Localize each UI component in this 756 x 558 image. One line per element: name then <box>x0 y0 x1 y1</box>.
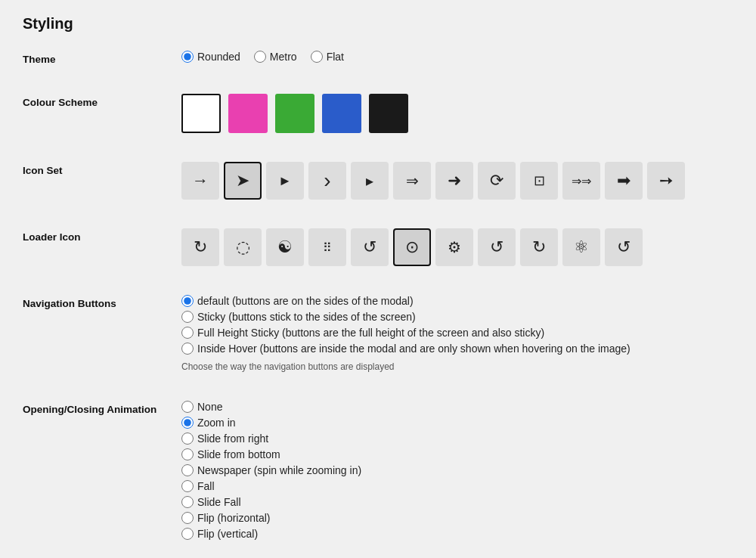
icon-btn-1[interactable]: ➤ <box>224 162 262 200</box>
nav-hint: Choose the way the navigation buttons ar… <box>181 361 733 372</box>
anim-option-slide-right[interactable]: Slide from right <box>181 432 733 445</box>
anim-option-flip-h[interactable]: Flip (horizontal) <box>181 512 733 524</box>
anim-option-slide-fall[interactable]: Slide Fall <box>181 496 733 508</box>
loader-btn-3[interactable]: ⠿ <box>308 228 346 266</box>
loader-btn-7[interactable]: ↺ <box>478 228 516 266</box>
theme-metro-label: Metro <box>270 51 297 63</box>
anim-option-none[interactable]: None <box>181 401 733 413</box>
anim-newspaper-label: Newspaper (spin while zooming in) <box>197 464 361 476</box>
nav-option-sticky[interactable]: Sticky (buttons stick to the sides of th… <box>181 311 733 323</box>
loader-btn-4[interactable]: ↺ <box>351 228 389 266</box>
icon-btn-10[interactable]: ➡ <box>605 162 643 200</box>
icon-btn-2[interactable]: ► <box>266 162 304 200</box>
page-title: Styling <box>23 15 733 33</box>
anim-flip-h-label: Flip (horizontal) <box>197 512 270 524</box>
nav-radio-list: default (buttons are on the sides of the… <box>181 295 733 372</box>
nav-sticky-label: Sticky (buttons stick to the sides of th… <box>197 311 416 323</box>
colour-scheme-section: Colour Scheme <box>23 94 733 141</box>
swatch-pink[interactable] <box>228 94 268 133</box>
loader-btn-0[interactable]: ↻ <box>181 228 219 266</box>
icon-btn-11[interactable]: ➙ <box>647 162 685 200</box>
nav-default-label: default (buttons are on the sides of the… <box>197 295 414 307</box>
animation-label: Opening/Closing Animation <box>23 401 181 415</box>
loader-icon-section: Loader Icon ↻ ◌ ☯ ⠿ ↺ ⊙ ⚙ ↺ ↻ ⚛ ↺ <box>23 228 733 274</box>
icon-btn-0[interactable]: → <box>181 162 219 200</box>
icon-btn-5[interactable]: ⇒ <box>393 162 431 200</box>
swatch-black[interactable] <box>369 94 408 133</box>
styling-panel: Styling Theme Rounded Metro Flat C <box>0 0 756 558</box>
anim-slide-fall-label: Slide Fall <box>197 496 241 508</box>
theme-label: Theme <box>23 51 181 65</box>
anim-flip-v-label: Flip (vertical) <box>197 528 258 540</box>
nav-full-height-label: Full Height Sticky (buttons are the full… <box>197 327 544 339</box>
navigation-buttons-label: Navigation Buttons <box>23 295 181 309</box>
loader-btn-2[interactable]: ☯ <box>266 228 304 266</box>
anim-option-newspaper[interactable]: Newspaper (spin while zooming in) <box>181 464 733 476</box>
anim-option-zoom-in[interactable]: Zoom in <box>181 417 733 429</box>
nav-option-default[interactable]: default (buttons are on the sides of the… <box>181 295 733 307</box>
navigation-buttons-section: Navigation Buttons default (buttons are … <box>23 295 733 380</box>
loader-btn-1[interactable]: ◌ <box>224 228 262 266</box>
anim-zoom-in-label: Zoom in <box>197 417 236 429</box>
loader-icon-content: ↻ ◌ ☯ ⠿ ↺ ⊙ ⚙ ↺ ↻ ⚛ ↺ <box>181 228 733 266</box>
loader-btn-10[interactable]: ↺ <box>605 228 643 266</box>
colour-scheme-content <box>181 94 733 133</box>
theme-option-flat[interactable]: Flat <box>311 51 344 63</box>
icon-set-grid: → ➤ ► › ▸ ⇒ ➜ ⟳ ⊡ ⇒⇒ ➡ ➙ <box>181 162 733 200</box>
theme-rounded-label: Rounded <box>197 51 240 63</box>
swatch-white[interactable] <box>181 94 221 133</box>
icon-set-label: Icon Set <box>23 162 181 176</box>
anim-option-fall[interactable]: Fall <box>181 480 733 492</box>
theme-flat-label: Flat <box>327 51 344 63</box>
theme-content: Rounded Metro Flat <box>181 51 733 63</box>
nav-inside-hover-label: Inside Hover (buttons are inside the mod… <box>197 343 631 355</box>
icon-btn-4[interactable]: ▸ <box>351 162 389 200</box>
loader-icon-label: Loader Icon <box>23 228 181 243</box>
loader-icon-grid: ↻ ◌ ☯ ⠿ ↺ ⊙ ⚙ ↺ ↻ ⚛ ↺ <box>181 228 733 266</box>
icon-btn-3[interactable]: › <box>308 162 346 200</box>
anim-option-slide-bottom[interactable]: Slide from bottom <box>181 448 733 460</box>
anim-slide-right-label: Slide from right <box>197 432 268 445</box>
anim-fall-label: Fall <box>197 480 215 492</box>
animation-content: None Zoom in Slide from right Slide from… <box>181 401 733 540</box>
loader-btn-6[interactable]: ⚙ <box>435 228 473 266</box>
icon-btn-9[interactable]: ⇒⇒ <box>562 162 600 200</box>
loader-btn-5[interactable]: ⊙ <box>393 228 431 266</box>
swatch-green[interactable] <box>275 94 314 133</box>
icon-btn-8[interactable]: ⊡ <box>520 162 558 200</box>
swatch-blue[interactable] <box>322 94 361 133</box>
nav-option-full-height[interactable]: Full Height Sticky (buttons are the full… <box>181 327 733 339</box>
anim-slide-bottom-label: Slide from bottom <box>197 448 280 460</box>
icon-set-section: Icon Set → ➤ ► › ▸ ⇒ ➜ ⟳ ⊡ ⇒⇒ ➡ ➙ <box>23 162 733 207</box>
nav-option-inside-hover[interactable]: Inside Hover (buttons are inside the mod… <box>181 343 733 355</box>
anim-option-flip-v[interactable]: Flip (vertical) <box>181 528 733 540</box>
icon-btn-6[interactable]: ➜ <box>435 162 473 200</box>
theme-option-metro[interactable]: Metro <box>254 51 297 63</box>
colour-scheme-label: Colour Scheme <box>23 94 181 108</box>
theme-option-rounded[interactable]: Rounded <box>181 51 240 63</box>
theme-section: Theme Rounded Metro Flat <box>23 51 733 73</box>
animation-section: Opening/Closing Animation None Zoom in S… <box>23 401 733 547</box>
icon-btn-7[interactable]: ⟳ <box>478 162 516 200</box>
loader-btn-9[interactable]: ⚛ <box>562 228 600 266</box>
anim-none-label: None <box>197 401 222 413</box>
loader-btn-8[interactable]: ↻ <box>520 228 558 266</box>
theme-radio-row: Rounded Metro Flat <box>181 51 733 63</box>
colour-swatches <box>181 94 733 133</box>
navigation-buttons-content: default (buttons are on the sides of the… <box>181 295 733 372</box>
anim-radio-list: None Zoom in Slide from right Slide from… <box>181 401 733 540</box>
icon-set-content: → ➤ ► › ▸ ⇒ ➜ ⟳ ⊡ ⇒⇒ ➡ ➙ <box>181 162 733 200</box>
